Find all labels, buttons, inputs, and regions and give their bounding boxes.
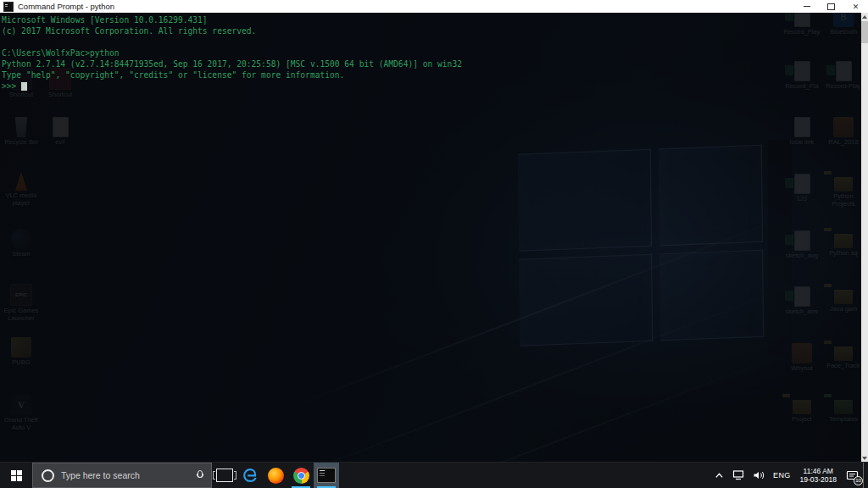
firefox-icon [268, 468, 284, 484]
chevron-up-icon [715, 471, 724, 480]
taskbar-app-firefox[interactable] [263, 463, 288, 488]
speaker-icon [753, 470, 765, 480]
cmd-app-icon [3, 2, 14, 12]
console-line: (c) 2017 Microsoft Corporation. All righ… [2, 25, 860, 36]
minimize-button[interactable] [794, 0, 819, 13]
action-center-button[interactable]: 10 [842, 463, 863, 488]
text-cursor-block [21, 82, 27, 91]
python-prompt: >>> [2, 81, 16, 91]
taskbar-clock[interactable]: 11:46 AM 19-03-2018 [795, 467, 842, 484]
notification-badge: 10 [854, 476, 863, 485]
edge-icon [242, 467, 259, 484]
console-output-area[interactable]: Microsoft Windows [Version 10.0.16299.43… [0, 13, 868, 463]
python-prompt-line: >>> [2, 80, 860, 92]
clock-time: 11:46 AM [804, 467, 833, 475]
show-desktop-button[interactable] [863, 463, 868, 488]
volume-button[interactable] [748, 463, 769, 488]
window-controls: ✕ [794, 0, 868, 13]
task-view-button[interactable] [212, 463, 237, 488]
network-button[interactable] [728, 463, 748, 488]
show-hidden-icons-button[interactable] [710, 463, 728, 488]
window-titlebar[interactable]: Command Prompt - python ✕ [0, 0, 868, 13]
scroll-up-arrow-icon[interactable] [861, 13, 868, 21]
close-button[interactable]: ✕ [843, 0, 868, 13]
maximize-button[interactable] [819, 0, 843, 13]
console-line: C:\Users\WolfxPac>python [2, 47, 860, 58]
windows-logo-icon [11, 470, 22, 481]
window-title: Command Prompt - python [18, 2, 114, 11]
console-line: Python 2.7.14 (v2.7.14:84471935ed, Sep 1… [2, 58, 860, 69]
system-tray: ENG 11:46 AM 19-03-2018 10 [710, 463, 868, 488]
search-placeholder: Type here to search [61, 470, 196, 480]
taskbar-app-command-prompt[interactable] [314, 463, 339, 488]
cmd-icon [317, 468, 336, 483]
console-text: Microsoft Windows [Version 10.0.16299.43… [2, 14, 860, 92]
console-scrollbar[interactable] [861, 13, 868, 463]
chrome-icon [293, 468, 309, 484]
taskbar: Type here to search ENG 11:46 AM 19-03-2… [0, 462, 868, 488]
taskbar-search-box[interactable]: Type here to search [32, 463, 212, 488]
screen: Shortcut Shortcut Recycle Bin evil VLC m… [0, 0, 868, 488]
console-line: Type "help", "copyright", "credits" or "… [2, 69, 860, 80]
start-button[interactable] [0, 463, 32, 488]
clock-date: 19-03-2018 [800, 475, 837, 484]
microphone-icon[interactable] [196, 470, 203, 480]
taskbar-app-chrome[interactable] [288, 463, 314, 488]
console-line [2, 36, 860, 47]
taskbar-app-edge[interactable] [237, 463, 263, 488]
task-view-icon [216, 469, 233, 482]
language-indicator[interactable]: ENG [769, 463, 794, 488]
ethernet-icon [732, 470, 744, 480]
cortana-icon [42, 469, 54, 482]
scrollbar-thumb[interactable] [861, 21, 868, 43]
command-prompt-window: Command Prompt - python ✕ Microsoft Wind… [0, 0, 868, 463]
console-line: Microsoft Windows [Version 10.0.16299.43… [2, 14, 860, 25]
